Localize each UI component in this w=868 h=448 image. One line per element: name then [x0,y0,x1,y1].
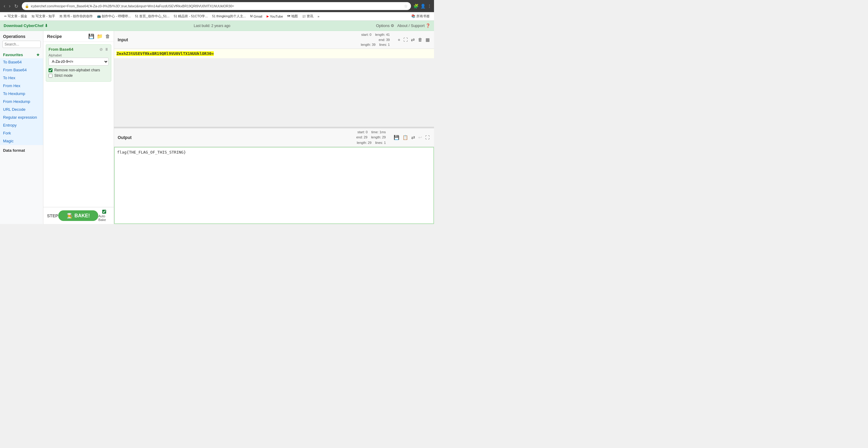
input-text[interactable]: ZmxhZ3tUSEVfRkxBR19QRl9VU0VlTX1NUUklOR30… [114,49,434,58]
browser-nav-buttons: ‹ › ↻ [2,3,20,10]
bookmark-zhihu[interactable]: 知 写文章 - 知乎 [30,13,57,19]
browser-actions: 🧩 👤 ⋮ [413,4,432,8]
sidebar-item-to-base64[interactable]: To Base64 [0,58,43,66]
output-stats: start: 0 time: 1ms end: 29 length: 29 le… [356,129,386,146]
about-support-label: About / Support [397,23,425,28]
sidebar-item-from-hex[interactable]: From Hex [0,82,43,90]
sidebar-item-entropy[interactable]: Entropy [0,121,43,129]
bookmark-maps[interactable]: 🗺 地图 [285,13,300,19]
search-input[interactable] [2,41,41,48]
about-support-button[interactable]: About / Support ❓ [397,23,430,28]
strict-mode-label: Strict mode [54,73,73,78]
recipe-content: From Base64 ⊘ ⏸ Alphabet A-Za-z0-9+/= Re… [43,42,114,207]
open-recipe-button[interactable]: 📁 [97,33,103,39]
recipe-header: Recipe 💾 📁 🗑 [43,31,114,42]
sidebar-title: Operations [0,31,43,41]
delete-recipe-button[interactable]: 🗑 [105,33,110,39]
sidebar-item-regex[interactable]: Regular expression [0,114,43,121]
add-input-button[interactable]: + [397,36,401,43]
output-time: time: 1ms [371,130,386,134]
bookmark-icon: 51 [174,14,177,18]
sidebar-item-to-hexdump[interactable]: To Hexdump [0,90,43,98]
bookmark-jianshu[interactable]: 简 简书 - 创作你的创作 [58,13,95,19]
bookmark-icon: ▶ [267,14,269,18]
switch-input-button[interactable]: ⇄ [410,36,415,43]
bookmark-youtube[interactable]: ▶ YouTube [265,14,285,19]
favourites-label: Favourites [3,53,23,57]
main-layout: Operations Favourites ★ To Base64 From B… [0,31,434,224]
cyberchef-toolbar: Download CyberChef ⬇ Last build: 2 years… [0,21,434,31]
auto-bake-group: Auto Bake [98,210,110,221]
toolbar-left: Download CyberChef ⬇ [4,23,48,28]
favourites-header[interactable]: Favourites ★ [0,51,43,58]
download-cyberchef-link[interactable]: Download CyberChef ⬇ [4,23,48,28]
bookmark-label: 首页_创作中心_51... [139,14,169,19]
sidebar-item-magic[interactable]: Magic [0,137,43,145]
forward-button[interactable]: › [8,3,11,9]
undo-output-button[interactable]: ↩ [417,134,423,141]
menu-button[interactable]: ⋮ [427,4,432,8]
bookmark-label: YouTube [270,14,283,18]
alphabet-select[interactable]: A-Za-z0-9+/= [49,58,108,65]
extensions-button[interactable]: 🧩 [413,4,418,8]
bookmark-jjin[interactable]: ✏ 写文章 - 掘金 [2,13,29,19]
bookmark-bili[interactable]: 📺 创作中心 - 哔哩哔... [95,13,132,19]
bookmark-51cto2[interactable]: 51 精品班 - 51CTO学... [172,13,210,19]
sidebar-item-from-base64[interactable]: From Base64 [0,66,43,74]
recipe-panel: Recipe 💾 📁 🗑 From Base64 ⊘ ⏸ Alphabet A-… [43,31,114,224]
bookmark-gmail[interactable]: M Gmail [248,14,264,19]
bookmark-news[interactable]: 📰 资讯 [300,13,315,19]
output-panel: Output start: 0 time: 1ms end: 29 length… [114,128,434,224]
bookmark-label: thingking的个人主... [217,14,246,19]
browser-chrome: ‹ › ↻ 🔒 icyberchef.com/#recipe=From_Base… [0,0,434,12]
disable-step-button[interactable]: ⊘ [99,47,103,52]
copy-output-button[interactable]: 📋 [402,134,409,141]
remove-non-alphabet-label: Remove non-alphabet chars [54,68,100,72]
options-button[interactable]: Options ⚙ [376,23,394,28]
input-highlighted: ZmxhZ3tUSEVfRkxBR19QRl9VU0VlTX1NUUklOR30… [117,51,214,56]
pause-step-button[interactable]: ⏸ [105,47,108,52]
bookmark-label: 地图 [291,14,298,19]
strict-mode-checkbox[interactable] [49,74,53,78]
checkbox-row-2: Strict mode [49,73,108,78]
remove-non-alphabet-checkbox[interactable] [49,68,53,72]
output-content[interactable]: flag{THE_FLAG_OF_THIS_STRING} [114,147,434,224]
reload-button[interactable]: ↻ [13,3,20,10]
bake-button[interactable]: 👨‍🍳 BAKE! [58,210,99,221]
output-length: length: 29 [371,136,386,139]
maximize-input-button[interactable]: ⛶ [403,36,408,43]
sidebar-item-from-hexdump[interactable]: From Hexdump [0,98,43,106]
input-start: start: 0 [361,33,372,36]
auto-bake-checkbox[interactable] [102,210,106,214]
back-button[interactable]: ‹ [2,3,6,9]
input-content[interactable]: ZmxhZ3tUSEVfRkxBR19QRl9VU0VlTX1NUUklOR30… [114,49,434,127]
options-label: Options [376,23,390,28]
bake-area: STEP 👨‍🍳 BAKE! Auto Bake [43,207,114,224]
save-output-button[interactable]: 💾 [393,134,400,141]
all-bookmarks[interactable]: 📚 所有书签 [409,13,432,19]
switch-output-button[interactable]: ⇄ [411,134,416,141]
save-recipe-button[interactable]: 💾 [88,33,94,39]
star-icon: ★ [36,52,40,57]
bookmark-label: 创作中心 - 哔哩哔... [102,14,131,19]
bookmark-label: 资讯 [307,14,313,19]
bookmark-label: 简书 - 创作你的创作 [63,14,93,19]
bookmark-icon: 51 [212,14,215,18]
bookmarks-bar: ✏ 写文章 - 掘金 知 写文章 - 知乎 简 简书 - 创作你的创作 📺 创作… [0,12,434,21]
address-bar[interactable]: 🔒 icyberchef.com/#recipe=From_Base64('A-… [22,2,411,10]
grid-input-button[interactable]: ▦ [425,36,430,43]
bookmark-thingking[interactable]: 51 thingking的个人主... [210,13,247,19]
clear-input-button[interactable]: 🗑 [417,36,423,43]
checkbox-row-1: Remove non-alphabet chars [49,68,108,72]
step-button[interactable]: STEP [47,213,58,218]
sidebar-item-fork[interactable]: Fork [0,129,43,137]
input-header: Input start: 0 length: 41 end: 39 lengt [114,31,434,49]
sidebar-item-url-decode[interactable]: URL Decode [0,106,43,114]
fullscreen-output-button[interactable]: ⛶ [425,134,430,141]
bookmark-51cto1[interactable]: 51 首页_创作中心_51... [133,13,172,19]
sidebar-item-to-hex[interactable]: To Hex [0,74,43,82]
search-box [2,41,41,48]
profile-button[interactable]: 👤 [420,4,426,8]
bookmark-icon: 51 [135,14,138,18]
bookmarks-more[interactable]: » [316,14,321,19]
